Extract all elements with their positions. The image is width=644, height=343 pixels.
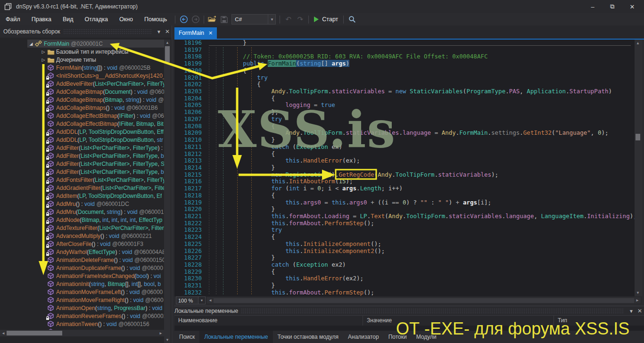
redo-button[interactable]: ↷ [294,14,306,24]
locals-list-empty[interactable] [174,326,644,331]
code-line[interactable]: 18219 this.args0 = this.args0 + ((i == 0… [174,199,635,206]
code-line[interactable]: 18200 { [174,67,635,74]
start-debug-button[interactable]: Старт [311,14,341,24]
line-number[interactable]: 18208 [174,123,202,130]
tree-item[interactable]: AddCollageEffectBitmap(IFilter) : void @… [0,112,164,120]
tree-vertical-scrollbar[interactable]: ▲ ▼ [164,40,171,343]
editor-horizontal-scrollbar[interactable]: ◄ ► [207,297,641,303]
tree-item[interactable]: AddMru() : void @060001DC [0,200,164,208]
tree-item[interactable]: FormMain(string[]) : void @0600025B [0,64,164,72]
code-line[interactable]: 18230 this.HandleError(ex2); [174,275,635,282]
line-number[interactable]: 18205 [174,102,202,109]
scroll-left-icon[interactable]: ◄ [0,331,7,335]
menu-вид[interactable]: Вид [57,13,79,25]
tree-item[interactable]: AnimationMoveFrameLeft() : void @06000 [0,288,164,296]
code-line[interactable]: 18203 Andy.ToolTipForm.staticVariables =… [174,88,635,95]
navigate-back-button[interactable] [178,14,190,24]
line-number[interactable]: 18229 [174,269,202,276]
line-number[interactable]: 18230 [174,275,202,282]
code-line[interactable]: 18223 try [174,227,635,234]
tree-item[interactable]: AddFilter(List<PerCharFilter>, FilterTyp… [0,168,164,176]
line-number[interactable]: 18196 [174,40,202,47]
line-number[interactable]: 18224 [174,234,202,241]
menu-отладка[interactable]: Отладка [79,13,114,25]
code-line[interactable]: 18227 } [174,254,635,261]
code-line[interactable]: 18225 this.InitializeComponent(); [174,241,635,248]
tool-tab-анализатор[interactable]: Анализатор [343,331,384,343]
code-line[interactable]: 18220 } [174,206,635,213]
editor-hscroll-thumb[interactable] [214,298,634,303]
code-line[interactable]: 18196 } [174,40,635,47]
line-number[interactable]: 18222 [174,220,202,227]
menu-правка[interactable]: Правка [26,13,57,25]
scroll-right-icon[interactable]: ► [634,298,641,302]
tree-item[interactable]: AddFilter(List<PerCharFilter>, FilterTyp… [0,152,164,160]
line-number[interactable]: 18223 [174,227,202,234]
tree-item[interactable]: AddCollageBitmap(Document) : void @060 [0,88,164,96]
scroll-left-icon[interactable]: ◄ [207,298,214,302]
zoom-chevron-icon[interactable]: ▼ [198,296,206,304]
tree-item[interactable]: AddCollageBitmap(Bitmap, string) : void … [0,96,164,104]
line-number[interactable]: 18215 [174,172,202,179]
editor-vertical-scrollbar[interactable]: ▲ ▼ [635,40,642,296]
save-button[interactable] [218,14,230,24]
tree-item[interactable]: AnimationInit(string, Bitmap[], int[], b… [0,280,164,288]
open-file-button[interactable] [206,14,218,24]
code-line[interactable]: 18229 { [174,269,635,276]
scroll-up-icon[interactable]: ▲ [164,40,171,45]
language-select[interactable]: C# ▼ [231,14,276,24]
tree-item[interactable]: AddCollageEffectBitmap(IFilter, Bitmap, … [0,120,164,128]
tool-tab-модули[interactable]: Модули [412,331,441,343]
column-name[interactable]: Наименование [174,316,363,326]
tree-item[interactable]: AnimationFrameIndexChanged(bool) : voi [0,272,164,280]
code-line[interactable]: 18206 }; [174,109,635,116]
tree-item[interactable]: ▷Дочерние типы [0,56,164,64]
line-number[interactable]: 18231 [174,282,202,289]
line-number[interactable]: 18212 [174,151,202,158]
chevron-down-icon[interactable]: ▼ [268,15,275,24]
code-line[interactable]: 18209 Andy.ToolTipForm.staticVariables.l… [174,130,635,137]
tree-scroll-thumb[interactable] [165,46,170,62]
code-line[interactable]: 18211 catch (Exception ex) [174,144,635,151]
tree-item[interactable]: AddFilter(List<PerCharFilter>, FilterTyp… [0,144,164,152]
minimize-button[interactable]: – [583,0,603,13]
line-number[interactable]: 18209 [174,130,202,137]
tree-hscroll-thumb[interactable] [7,331,62,335]
line-number[interactable]: 18210 [174,137,202,144]
tab-close-icon[interactable]: ✕ [208,30,213,36]
tree-item[interactable]: AddCollageBitmaps() : void @060001B6 [0,104,164,112]
line-number[interactable]: 18220 [174,206,202,213]
code-line[interactable]: 18199 public FormMain(string[] args) [174,60,635,67]
line-number[interactable]: 18232 [174,289,202,296]
tree-item[interactable]: AddFontsFilter(List<PerCharFilter>, Filt… [0,176,164,184]
line-number[interactable]: 18197 [174,47,202,54]
undo-button[interactable]: ↶ [282,14,294,24]
code-line[interactable]: 18218 { [174,192,635,199]
line-number[interactable]: 18200 [174,67,202,74]
tree-item[interactable]: AnimationReverseFrames() : void @060001 [0,312,164,320]
column-type[interactable]: Тип [554,316,644,326]
code-line[interactable]: 18198 // Token: 0x0600025B RID: 603 RVA:… [174,53,635,60]
tree-item[interactable]: AddDDL(LP, ToolStripDropDownButton, str [0,136,164,144]
line-number[interactable]: 18213 [174,157,202,164]
code-line[interactable]: 18217 for (int i = 0; i < args.Length; i… [174,185,635,192]
tree-item[interactable]: AddDDL(LP, ToolStripDropDownButton, Eff [0,128,164,136]
tree-item[interactable]: AddTextureFilter(List<PerCharFilter>, Fi… [0,224,164,232]
tree-item[interactable]: AfterCloseFile() : void @060001F3 [0,240,164,248]
editor-scroll-thumb[interactable] [636,134,640,140]
assembly-explorer-header[interactable]: Обозреватель сборок ▼ ✕ [0,25,172,38]
panel-menu-chevron-icon[interactable]: ▼ [627,309,636,314]
line-number[interactable]: 18207 [174,116,202,123]
scroll-down-icon[interactable]: ▼ [164,338,171,342]
line-number[interactable]: 18204 [174,95,202,102]
restore-button[interactable]: ⧉ [603,0,622,13]
tree-item[interactable]: AdvancedMultiply() : void @06000221 [0,232,164,240]
code-line[interactable]: 18222 this.formAbout.PerformStep(); [174,220,635,227]
column-value[interactable]: Значение [363,316,554,326]
code-line[interactable]: 18228 catch (Exception ex2) [174,261,635,269]
code-line[interactable]: 18214 } [174,164,635,172]
code-line[interactable]: 18207 try [174,116,635,123]
tree-item[interactable]: AddItem(LP, ToolStripDropDownButton, Ef [0,192,164,200]
line-number[interactable]: 18202 [174,81,202,88]
line-number[interactable]: 18198 [174,53,202,60]
